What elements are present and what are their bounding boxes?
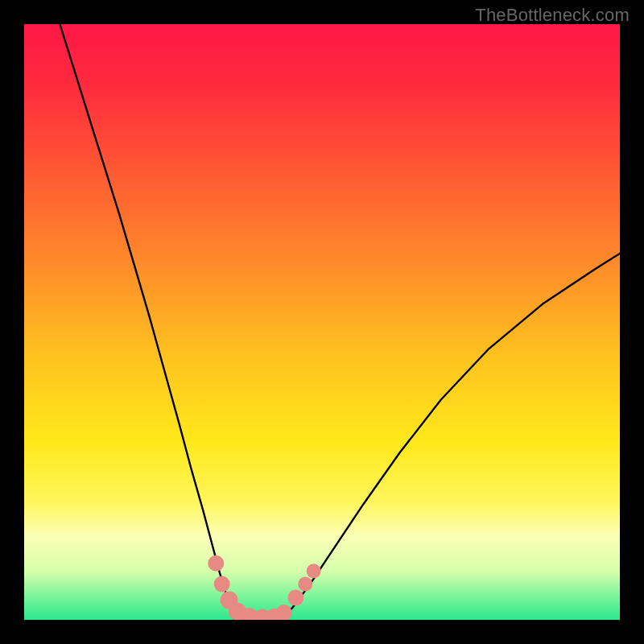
data-point	[214, 576, 230, 592]
data-point	[298, 577, 312, 592]
gradient-background	[24, 24, 620, 620]
data-point	[208, 555, 224, 572]
watermark-text: TheBottleneck.com	[475, 5, 630, 26]
outer-frame: TheBottleneck.com	[0, 0, 644, 644]
data-point	[287, 590, 303, 606]
data-point	[307, 564, 321, 578]
bottleneck-chart	[24, 24, 620, 620]
plot-area	[24, 24, 620, 620]
